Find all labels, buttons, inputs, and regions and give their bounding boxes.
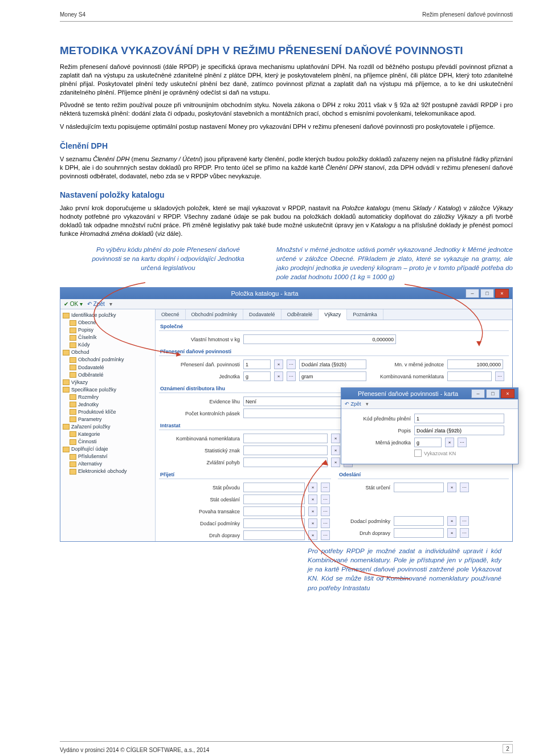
folder-icon	[70, 454, 76, 460]
tree-item[interactable]: Obchodní podmínky	[63, 356, 154, 363]
tree-item[interactable]: Jednotky	[63, 401, 154, 408]
field-stat-znak[interactable]	[243, 446, 328, 455]
tab-v-kazy[interactable]: Výkazy	[319, 309, 347, 320]
tab-obchodn-podm-nky[interactable]: Obchodní podmínky	[186, 309, 244, 320]
field-pdp-code[interactable]: 1	[243, 359, 271, 369]
callout-bottom: Pro potřeby RPDP je možné zadat a indivi…	[308, 546, 513, 592]
field-stat-odeslani[interactable]	[243, 495, 305, 504]
field-povaha[interactable]	[243, 506, 305, 516]
field-jednotka-name: gram	[299, 371, 366, 381]
dialog-back-button[interactable]: ↶ Zpět	[345, 401, 361, 407]
tree-item[interactable]: Zařazení položky	[63, 423, 154, 431]
paragraph-4: V seznamu Členění DPH (menu Seznamy / Úč…	[60, 155, 513, 181]
clear-icon[interactable]: ×	[331, 446, 340, 455]
field-jednotka-code[interactable]: g	[243, 371, 271, 381]
tab-pozn-mka[interactable]: Poznámka	[347, 309, 383, 320]
page-footer: Vydáno v prosinci 2014 © CÍGLER SOFTWARE…	[60, 741, 513, 753]
section-pdp: Přenesení daňové povinnosti	[156, 345, 512, 355]
footer-text: Vydáno v prosinci 2014 © CÍGLER SOFTWARE…	[60, 747, 209, 753]
tree-item[interactable]: Identifikace položky	[63, 312, 154, 319]
folder-icon	[63, 350, 70, 355]
tab-obecn-[interactable]: Obecné	[156, 309, 186, 320]
folder-icon	[63, 379, 70, 385]
toolbar-back-button[interactable]: ↶ Zpět	[87, 301, 105, 307]
tree-item[interactable]: Výkazy	[63, 379, 154, 386]
tree-item[interactable]: Obchod	[63, 349, 154, 356]
field-popis[interactable]: Dodání zlata (§92b)	[414, 426, 504, 435]
field-komb-nom2[interactable]	[243, 434, 328, 443]
paragraph-5: Jako první krok doporučujeme u skladovýc…	[60, 204, 513, 238]
checkbox-vykazovat-kn[interactable]: Vykazovat KN	[414, 449, 456, 457]
tree-item[interactable]: Alternativy	[63, 460, 154, 468]
tree-item[interactable]: Činnosti	[63, 438, 154, 446]
field-zvl-pohyb[interactable]	[243, 457, 328, 467]
label-hmotnost: Vlastní hmotnost v kg	[160, 337, 240, 342]
folder-icon	[63, 313, 70, 318]
main-heading: METODIKA VYKAZOVÁNÍ DPH V REŽIMU PŘENESE…	[60, 44, 513, 57]
field-evidence-lihu[interactable]: Není	[243, 397, 350, 406]
minimize-button[interactable]: –	[471, 389, 485, 398]
lookup-icon[interactable]: ⋯	[495, 371, 504, 381]
folder-icon	[70, 328, 76, 333]
field-kod-predmetu[interactable]: 1	[414, 414, 504, 423]
label-zvl-pohyb: Zvláštní pohyb	[160, 460, 240, 465]
lookup-icon[interactable]: ⋯	[287, 359, 296, 369]
label-evidence-lihu: Evidence lihu	[160, 399, 240, 404]
tree-item[interactable]: Specifikace položky	[63, 386, 154, 394]
clear-icon[interactable]: ×	[331, 457, 340, 467]
tree-item[interactable]: Kódy	[63, 341, 154, 349]
tree-item[interactable]: Obecné	[63, 319, 154, 326]
close-button[interactable]: ×	[495, 289, 509, 298]
tree-item[interactable]: Popisy	[63, 326, 154, 334]
maximize-button[interactable]: □	[480, 289, 494, 298]
tree-item[interactable]: Produktové klíče	[63, 408, 154, 416]
toolbar-ok-button[interactable]: ✔ OK ▾	[64, 301, 83, 307]
tab-dodavatel-[interactable]: Dodavatelé	[243, 309, 281, 320]
close-button[interactable]: ×	[501, 389, 515, 398]
clear-icon[interactable]: ×	[274, 359, 283, 369]
tab-strip: ObecnéObchodní podmínkyDodavateléOdběrat…	[156, 309, 512, 320]
window-toolbar: ✔ OK ▾ ↶ Zpět ▾	[60, 299, 512, 309]
tab-odb-ratel-[interactable]: Odběratelé	[281, 309, 319, 320]
folder-icon	[70, 402, 76, 407]
label-stat-znak: Statistický znak	[160, 448, 240, 453]
folder-icon	[70, 320, 76, 326]
folder-icon	[63, 424, 70, 430]
field-komb-nom[interactable]	[447, 371, 492, 381]
minimize-button[interactable]: –	[466, 289, 479, 298]
field-pocet-pasek[interactable]: 1	[243, 408, 350, 418]
tree-item[interactable]: Elektronické obchody	[63, 468, 154, 475]
clear-icon[interactable]: ×	[331, 434, 340, 443]
folder-icon	[70, 409, 76, 415]
folder-icon	[70, 461, 76, 467]
lookup-icon[interactable]: ⋯	[287, 371, 296, 381]
field-druh-dopravy[interactable]	[243, 530, 305, 540]
toolbar-dropdown-icon[interactable]: ▾	[109, 301, 112, 307]
field-merna-jednotka[interactable]: g	[414, 438, 442, 447]
tree-item[interactable]: Doplňující údaje	[63, 446, 154, 453]
clear-icon[interactable]: ×	[274, 371, 283, 381]
field-stat-puvodu[interactable]	[243, 483, 305, 492]
tree-item[interactable]: Příslušenství	[63, 453, 154, 460]
navigation-tree[interactable]: Identifikace položkyObecnéPopisyČíselník…	[60, 309, 156, 541]
maximize-button[interactable]: □	[486, 389, 500, 398]
tree-item[interactable]: Parametry	[63, 416, 154, 423]
folder-icon	[70, 342, 76, 348]
window-titlebar[interactable]: Položka katalogu - karta – □ ×	[60, 288, 512, 299]
heading-nastaveni-polozky: Nastavení položky katalogu	[60, 190, 513, 199]
label-komb-nom: Kombinovaná nomenklatura	[370, 374, 444, 379]
header-left: Money S4	[60, 11, 85, 18]
section-prijeti: Přijetí	[156, 468, 334, 479]
tree-item[interactable]: Dodavatelé	[63, 364, 154, 371]
tree-item[interactable]: Rozměry	[63, 394, 154, 401]
label-jednotka: Jednotka	[160, 374, 240, 379]
tree-item[interactable]: Číselník	[63, 334, 154, 341]
dialog-titlebar[interactable]: Přenesení daňové povinnosti - karta – □ …	[341, 388, 518, 399]
tree-item[interactable]: Odběratelé	[63, 371, 154, 379]
page-number: 2	[503, 744, 513, 753]
tree-item[interactable]: Kategorie	[63, 431, 154, 438]
folder-icon	[70, 394, 76, 400]
field-dodaci[interactable]	[243, 518, 305, 528]
field-mn[interactable]: 1000,0000	[447, 359, 503, 369]
field-hmotnost[interactable]: 0,000000	[243, 334, 396, 344]
